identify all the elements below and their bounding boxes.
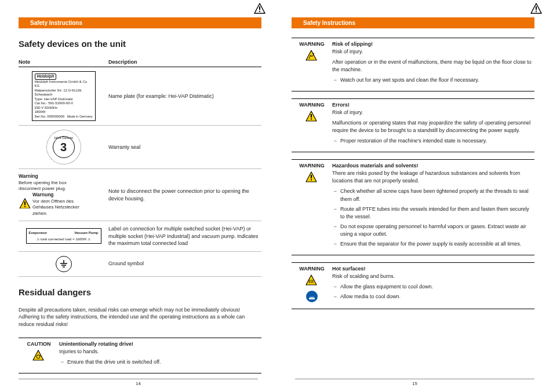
warning-level: WARNING bbox=[292, 41, 332, 47]
warning-text: Malfunctions or operating states that ma… bbox=[332, 119, 534, 134]
ground-desc: Ground symbol bbox=[108, 260, 261, 268]
warning-sub: Risk of scalding and burns. bbox=[332, 273, 534, 280]
nameplate-icon: Heidolph Heidolph Instruments GmbH & Co … bbox=[32, 71, 96, 121]
socket-desc: Label on connection for multiple switche… bbox=[108, 225, 261, 247]
warning-title: Hot surfaces! bbox=[332, 266, 534, 272]
warning-block-slipping: WARNING Risk of slipping! Risk of injury… bbox=[292, 38, 534, 91]
warning-text: There are risks posed by the leakage of … bbox=[332, 170, 534, 185]
table-row: Heidolph Heidolph Instruments GmbH & Co … bbox=[19, 67, 261, 126]
caution-level: CAUTION bbox=[19, 341, 59, 347]
warning-icon bbox=[253, 2, 266, 16]
warning-level: WARNING bbox=[292, 163, 332, 168]
warning-sub: Risk of injury. bbox=[332, 109, 534, 116]
warning-block-hazmat: WARNING Hazardous materials and solvents… bbox=[292, 159, 534, 255]
warning-title: Risk of slipping! bbox=[332, 41, 534, 47]
warning-text: After operation or in the event of malfu… bbox=[332, 58, 534, 74]
warning-bullets: Allow the glass equipment to cool down. … bbox=[332, 283, 534, 301]
warning-block-hot: WARNING Hot surfaces! Risk of scalding a… bbox=[292, 262, 534, 309]
warning-level: WARNING bbox=[292, 102, 332, 108]
slip-icon bbox=[305, 49, 319, 63]
warning-level: WARNING bbox=[292, 266, 332, 272]
residual-intro: Despite all precautions taken, residual … bbox=[19, 306, 261, 328]
page-right: Safety Instructions WARNING Risk of slip… bbox=[276, 0, 553, 392]
table-row: Jahre Garantie 3 Warranty seal bbox=[19, 126, 261, 169]
safety-devices-table: Note Description Heidolph Heidolph Instr… bbox=[19, 58, 261, 277]
mandatory-action-icon bbox=[305, 290, 318, 304]
warranty-seal-icon: Jahre Garantie 3 bbox=[46, 130, 81, 164]
warning-block-errors: WARNING Errors! Risk of injury. Malfunct… bbox=[292, 98, 534, 152]
hot-surface-icon bbox=[305, 274, 319, 288]
disconnect-desc: Note to disconnect the power connection … bbox=[108, 188, 261, 202]
caution-title: Unintentionally rotating drive! bbox=[59, 341, 261, 347]
header-bar: Safety Instructions bbox=[19, 17, 261, 28]
nameplate-desc: Name plate (for example: Hei-VAP Distima… bbox=[108, 93, 261, 100]
caution-bullets: Ensure that the drive unit is switched o… bbox=[59, 358, 261, 366]
warning-sub: Risk of injury. bbox=[332, 48, 534, 56]
rotating-drive-icon bbox=[32, 349, 46, 363]
ground-icon bbox=[56, 256, 72, 272]
heading-safety-devices: Safety devices on the unit bbox=[19, 39, 261, 49]
warning-bullets: Proper restoration of the machine's inte… bbox=[332, 137, 534, 145]
warning-title: Errors! bbox=[332, 102, 534, 108]
table-row: Warning Before opening the box disconnec… bbox=[19, 169, 261, 221]
warning-icon bbox=[305, 110, 319, 124]
warning-bullets: Check whether all screw caps have been t… bbox=[332, 188, 534, 247]
page-number: 15 bbox=[295, 379, 534, 386]
warning-label-icon: Warning Before opening the box disconnec… bbox=[19, 173, 88, 217]
col-description: Description bbox=[108, 59, 261, 65]
page-left: Safety Instructions Safety devices on th… bbox=[0, 0, 276, 392]
heading-residual-dangers: Residual dangers bbox=[19, 287, 261, 297]
warning-icon bbox=[305, 171, 319, 185]
warning-title: Hazardous materials and solvents! bbox=[332, 163, 534, 168]
col-note: Note bbox=[19, 59, 108, 65]
caution-block: CAUTION Unintentionally rotating drive! … bbox=[19, 338, 261, 373]
warning-bullets: Watch out for any wet spots and clean th… bbox=[332, 76, 534, 84]
warning-icon bbox=[530, 2, 543, 16]
table-row: Evaporator Vacuum Pump ⚠ total connected… bbox=[19, 221, 261, 252]
header-bar: Safety Instructions bbox=[292, 17, 534, 28]
page-number: 14 bbox=[19, 379, 258, 386]
socket-label-icon: Evaporator Vacuum Pump ⚠ total connected… bbox=[26, 228, 101, 244]
table-row: Ground symbol bbox=[19, 252, 261, 277]
caution-sub: Injuries to hands. bbox=[59, 348, 261, 356]
warranty-desc: Warranty seal bbox=[108, 144, 261, 151]
